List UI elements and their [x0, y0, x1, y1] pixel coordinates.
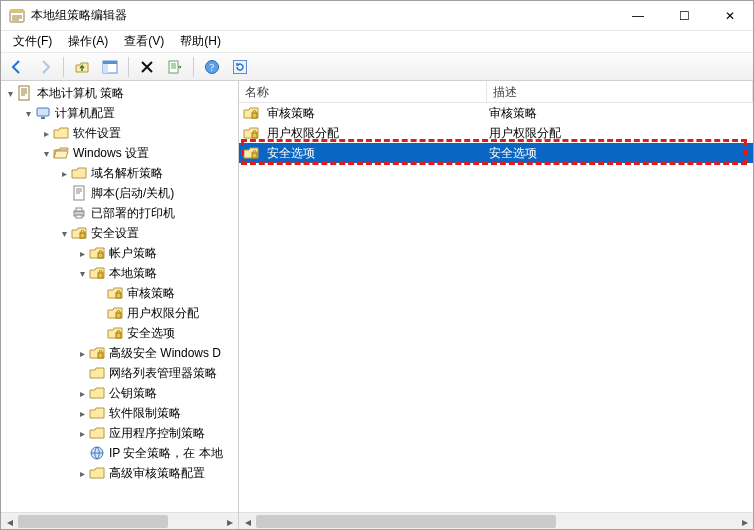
tree-label: 高级审核策略配置 — [109, 465, 205, 482]
folder-lock-icon — [89, 345, 105, 361]
tree-label: 审核策略 — [127, 285, 175, 302]
svg-text:?: ? — [210, 62, 215, 73]
tree-node-security-options[interactable]: ▸安全选项 — [1, 323, 238, 343]
tree-label: 脚本(启动/关机) — [91, 185, 174, 202]
tree-node-ipsec[interactable]: ▸IP 安全策略，在 本地 — [1, 443, 238, 463]
maximize-icon: ☐ — [679, 9, 690, 23]
export-list-icon — [167, 59, 183, 75]
menu-file[interactable]: 文件(F) — [5, 31, 60, 52]
toolbar: ? — [1, 53, 753, 81]
tree-label: 本地计算机 策略 — [37, 85, 124, 102]
folder-lock-icon — [107, 285, 123, 301]
list-hscrollbar[interactable]: ◂ ▸ — [239, 512, 753, 529]
scroll-thumb[interactable] — [256, 515, 556, 528]
folder-icon — [89, 425, 105, 441]
content-area: ▾本地计算机 策略 ▾计算机配置 ▸软件设置 ▾Windows 设置 ▸域名解析… — [1, 81, 753, 529]
close-icon: ✕ — [725, 9, 735, 23]
list-row[interactable]: 用户权限分配用户权限分配 — [239, 123, 753, 143]
list-body[interactable]: 审核策略审核策略用户权限分配用户权限分配安全选项安全选项 — [239, 103, 753, 512]
tree-node-deployed-printers[interactable]: ▸已部署的打印机 — [1, 203, 238, 223]
back-arrow-icon — [9, 59, 25, 75]
tree-node-wfas[interactable]: ▸高级安全 Windows D — [1, 343, 238, 363]
folder-icon — [89, 405, 105, 421]
scroll-left-icon: ◂ — [1, 513, 18, 530]
tree-node-scripts[interactable]: ▸脚本(启动/关机) — [1, 183, 238, 203]
tree-node-local-policies[interactable]: ▾本地策略 — [1, 263, 238, 283]
svg-rect-10 — [37, 108, 49, 116]
maximize-button[interactable]: ☐ — [661, 1, 707, 31]
refresh-icon — [232, 59, 248, 75]
tree-node-adv-audit[interactable]: ▸高级审核策略配置 — [1, 463, 238, 483]
toolbar-show-hide-tree-button[interactable] — [98, 55, 122, 79]
svg-rect-17 — [98, 253, 103, 258]
minimize-button[interactable]: — — [615, 1, 661, 31]
scroll-thumb[interactable] — [18, 515, 168, 528]
row-desc: 审核策略 — [487, 105, 753, 122]
tree-node-srp[interactable]: ▸软件限制策略 — [1, 403, 238, 423]
svg-rect-8 — [234, 60, 247, 73]
toolbar-forward-button[interactable] — [33, 55, 57, 79]
tree-node-nlm[interactable]: ▸网络列表管理器策略 — [1, 363, 238, 383]
svg-rect-5 — [169, 61, 178, 73]
tree-node-windows-settings[interactable]: ▾Windows 设置 — [1, 143, 238, 163]
tree-node-computer-config[interactable]: ▾计算机配置 — [1, 103, 238, 123]
menu-view[interactable]: 查看(V) — [116, 31, 172, 52]
tree-node-audit-policy[interactable]: ▸审核策略 — [1, 283, 238, 303]
tree-node-account-policies[interactable]: ▸帐户策略 — [1, 243, 238, 263]
tree-node-root[interactable]: ▾本地计算机 策略 — [1, 83, 238, 103]
printer-icon — [71, 205, 87, 221]
delete-icon — [139, 59, 155, 75]
tree-view[interactable]: ▾本地计算机 策略 ▾计算机配置 ▸软件设置 ▾Windows 设置 ▸域名解析… — [1, 81, 238, 512]
tree-hscrollbar[interactable]: ◂ ▸ — [1, 512, 238, 529]
svg-rect-11 — [41, 117, 45, 119]
list-row[interactable]: 安全选项安全选项 — [239, 143, 753, 163]
folder-icon — [89, 365, 105, 381]
tree-label: IP 安全策略，在 本地 — [109, 445, 223, 462]
row-name: 审核策略 — [267, 105, 315, 122]
folder-icon — [89, 385, 105, 401]
folder-icon — [89, 465, 105, 481]
tree-label: 软件设置 — [73, 125, 121, 142]
close-button[interactable]: ✕ — [707, 1, 753, 31]
tree-label: 计算机配置 — [55, 105, 115, 122]
tree-node-app-control[interactable]: ▸应用程序控制策略 — [1, 423, 238, 443]
folder-icon — [53, 125, 69, 141]
tree-pane: ▾本地计算机 策略 ▾计算机配置 ▸软件设置 ▾Windows 设置 ▸域名解析… — [1, 81, 239, 529]
toolbar-delete-button[interactable] — [135, 55, 159, 79]
show-hide-tree-icon — [102, 59, 118, 75]
svg-rect-22 — [98, 353, 103, 358]
forward-arrow-icon — [37, 59, 53, 75]
row-name: 安全选项 — [267, 145, 315, 162]
toolbar-up-button[interactable] — [70, 55, 94, 79]
tree-node-public-key[interactable]: ▸公钥策略 — [1, 383, 238, 403]
menu-action[interactable]: 操作(A) — [60, 31, 116, 52]
row-name: 用户权限分配 — [267, 125, 339, 142]
column-header-desc[interactable]: 描述 — [487, 81, 753, 102]
folder-lock-icon — [243, 125, 259, 141]
tree-label: 软件限制策略 — [109, 405, 181, 422]
svg-rect-4 — [103, 61, 117, 64]
tree-node-user-rights[interactable]: ▸用户权限分配 — [1, 303, 238, 323]
tree-node-name-res-policy[interactable]: ▸域名解析策略 — [1, 163, 238, 183]
folder-lock-icon — [89, 245, 105, 261]
minimize-icon: — — [632, 9, 644, 23]
menu-help[interactable]: 帮助(H) — [172, 31, 229, 52]
tree-label: 域名解析策略 — [91, 165, 163, 182]
list-row[interactable]: 审核策略审核策略 — [239, 103, 753, 123]
toolbar-back-button[interactable] — [5, 55, 29, 79]
toolbar-export-button[interactable] — [163, 55, 187, 79]
toolbar-help-button[interactable]: ? — [200, 55, 224, 79]
titlebar: 本地组策略编辑器 — ☐ ✕ — [1, 1, 753, 31]
app-icon — [9, 8, 25, 24]
tree-label: 安全选项 — [127, 325, 175, 342]
toolbar-separator — [193, 57, 194, 77]
tree-node-security-settings[interactable]: ▾安全设置 — [1, 223, 238, 243]
folder-lock-icon — [107, 325, 123, 341]
tree-label: 高级安全 Windows D — [109, 345, 221, 362]
ipsec-icon — [89, 445, 105, 461]
toolbar-refresh-button[interactable] — [228, 55, 252, 79]
tree-node-software-settings[interactable]: ▸软件设置 — [1, 123, 238, 143]
column-header-name[interactable]: 名称 — [239, 81, 487, 102]
svg-rect-18 — [98, 273, 103, 278]
folder-lock-icon — [71, 225, 87, 241]
